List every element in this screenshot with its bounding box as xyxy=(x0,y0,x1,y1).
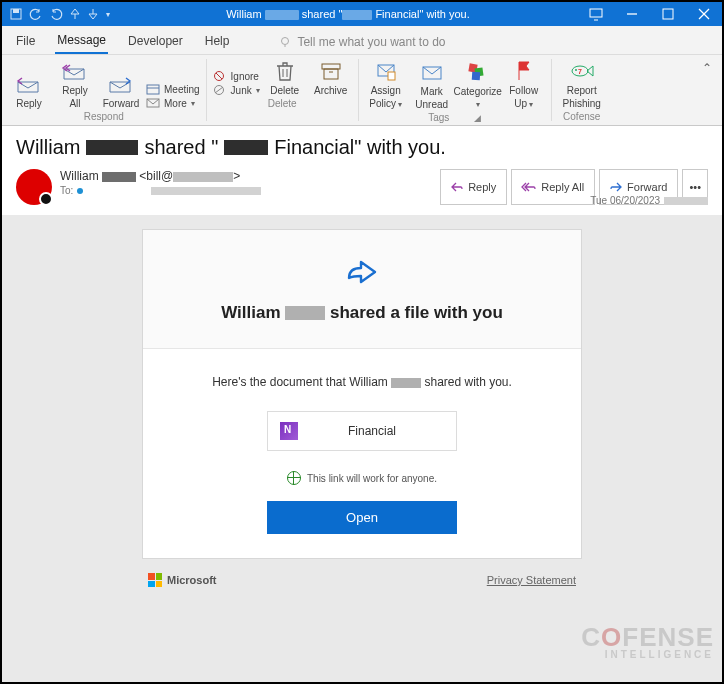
message-subject: William shared " Financial" with you. xyxy=(2,126,722,165)
svg-rect-22 xyxy=(388,72,395,80)
trash-icon xyxy=(274,60,296,82)
delete-button[interactable]: Delete xyxy=(264,57,306,96)
svg-point-7 xyxy=(282,38,289,45)
follow-up-button[interactable]: FollowUp ▾ xyxy=(503,57,545,110)
maximize-icon[interactable] xyxy=(650,2,686,26)
sender-line: William <bill@> xyxy=(60,169,261,183)
next-item-icon[interactable] xyxy=(88,8,98,20)
forward-button[interactable]: Forward xyxy=(100,70,142,109)
meeting-button[interactable]: Meeting xyxy=(146,83,200,95)
microsoft-logo: Microsoft xyxy=(148,573,217,587)
svg-rect-9 xyxy=(147,85,159,94)
onenote-icon xyxy=(280,422,298,440)
reply-button[interactable]: Reply xyxy=(8,70,50,109)
group-label: Respond xyxy=(84,109,124,123)
redo-icon[interactable] xyxy=(50,8,62,20)
microsoft-grid-icon xyxy=(148,573,162,587)
card-footer: Microsoft Privacy Statement xyxy=(142,573,582,587)
categorize-button[interactable]: Categorize ▾ xyxy=(457,58,499,110)
svg-rect-2 xyxy=(590,9,602,17)
group-respond: Reply ReplyAll Forward Meeting More ▾ Re… xyxy=(2,55,206,125)
message-header: William <bill@> To: Reply Reply All Forw… xyxy=(2,165,722,215)
ignore-icon xyxy=(213,70,227,82)
cofense-watermark: COFENSE INTELLIGENCE xyxy=(581,628,714,664)
save-icon[interactable] xyxy=(10,8,22,20)
categorize-icon xyxy=(467,61,489,83)
junk-icon xyxy=(213,84,227,96)
tab-file[interactable]: File xyxy=(14,31,37,53)
group-label: Cofense xyxy=(563,109,600,123)
svg-line-15 xyxy=(215,87,223,93)
document-name: Financial xyxy=(348,424,396,438)
share-arrow-icon xyxy=(341,252,383,288)
fish-icon: 7 xyxy=(570,60,594,82)
svg-rect-19 xyxy=(324,69,338,79)
open-button[interactable]: Open xyxy=(267,501,457,534)
policy-icon xyxy=(375,60,397,82)
window-title: William shared " Financial" with you. xyxy=(118,8,578,20)
assign-policy-button[interactable]: AssignPolicy ▾ xyxy=(365,57,407,110)
minimize-icon[interactable] xyxy=(614,2,650,26)
message-body: William shared a file with you Here's th… xyxy=(2,215,722,682)
privacy-statement-link[interactable]: Privacy Statement xyxy=(487,574,576,586)
svg-text:7: 7 xyxy=(578,68,582,75)
tab-message[interactable]: Message xyxy=(55,30,108,54)
svg-point-28 xyxy=(575,69,577,71)
sender-avatar xyxy=(16,169,52,205)
link-scope-info: This link will work for anyone. xyxy=(163,471,561,485)
svg-rect-4 xyxy=(663,9,673,19)
ribbon-display-icon[interactable] xyxy=(578,2,614,26)
header-reply-button[interactable]: Reply xyxy=(440,169,507,205)
flag-icon xyxy=(513,60,535,82)
svg-rect-1 xyxy=(13,9,19,13)
mark-unread-button[interactable]: MarkUnread xyxy=(411,58,453,110)
archive-button[interactable]: Archive xyxy=(310,57,352,96)
group-delete: Ignore Junk ▾ Delete Archive Delete xyxy=(207,55,358,125)
junk-button[interactable]: Junk ▾ xyxy=(213,84,260,96)
lightbulb-icon xyxy=(279,36,291,48)
group-cofense: 7 ReportPhishing Cofense xyxy=(552,55,612,125)
tab-developer[interactable]: Developer xyxy=(126,31,185,53)
prev-item-icon[interactable] xyxy=(70,8,80,20)
svg-rect-18 xyxy=(322,64,340,69)
share-description: Here's the document that William shared … xyxy=(163,375,561,389)
tell-me-search[interactable]: Tell me what you want to do xyxy=(279,35,445,49)
group-label: Delete xyxy=(268,96,297,110)
ignore-button[interactable]: Ignore xyxy=(213,70,260,82)
qat-dropdown-icon[interactable]: ▾ xyxy=(106,10,110,19)
header-reply-all-button[interactable]: Reply All xyxy=(511,169,595,205)
collapse-ribbon-icon[interactable]: ⌃ xyxy=(702,55,722,125)
archive-icon xyxy=(320,60,342,82)
svg-line-13 xyxy=(216,73,222,79)
title-bar: ▾ William shared " Financial" with you. xyxy=(2,2,722,26)
svg-rect-26 xyxy=(471,72,480,81)
envelope-closed-icon xyxy=(421,61,443,83)
received-date: Tue 06/20/2023 xyxy=(590,195,708,206)
group-label: Tags ◢ xyxy=(428,110,481,124)
ribbon: Reply ReplyAll Forward Meeting More ▾ Re… xyxy=(2,55,722,126)
more-respond-button[interactable]: More ▾ xyxy=(146,97,200,109)
recipient-line: To: xyxy=(60,185,261,196)
reply-all-button[interactable]: ReplyAll xyxy=(54,57,96,109)
group-tags: AssignPolicy ▾ MarkUnread Categorize ▾ F… xyxy=(359,55,551,125)
report-phishing-button[interactable]: 7 ReportPhishing xyxy=(558,57,606,109)
tab-help[interactable]: Help xyxy=(203,31,232,53)
share-card: William shared a file with you Here's th… xyxy=(142,229,582,559)
undo-icon[interactable] xyxy=(30,8,42,20)
close-icon[interactable] xyxy=(686,2,722,26)
ribbon-tabs: File Message Developer Help Tell me what… xyxy=(2,26,722,55)
calendar-icon xyxy=(146,83,160,95)
mail-icon xyxy=(146,97,160,109)
globe-icon xyxy=(287,471,301,485)
shared-document[interactable]: Financial xyxy=(267,411,457,451)
share-title: William shared a file with you xyxy=(173,302,551,324)
